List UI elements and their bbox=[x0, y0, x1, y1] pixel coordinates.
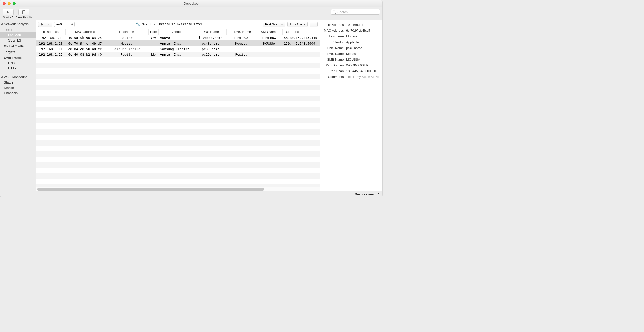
table-row-empty bbox=[36, 112, 320, 118]
col-ip[interactable]: IP address bbox=[36, 29, 65, 35]
table-cell: MOUSSA bbox=[256, 40, 282, 46]
close-window-button[interactable] bbox=[3, 2, 6, 5]
start-na-button[interactable] bbox=[3, 9, 14, 15]
panel-icon bbox=[312, 23, 315, 25]
col-smb[interactable]: SMB Name bbox=[256, 29, 282, 35]
table-row-empty bbox=[36, 101, 320, 107]
table-row-empty bbox=[36, 135, 320, 140]
detail-label-mdns: mDNS Name: bbox=[321, 52, 345, 56]
trash-icon bbox=[22, 10, 25, 14]
table-row-empty bbox=[36, 184, 320, 187]
scroll-thumb[interactable] bbox=[37, 188, 264, 191]
table-cell: 53,80,139,443,445 bbox=[282, 35, 320, 40]
table-cell: Gw bbox=[148, 35, 158, 40]
main: en0 🔧 Scan from 192.168.1.1 to 192.168.1… bbox=[36, 20, 382, 191]
table-cell: Samsung Electron… bbox=[158, 46, 195, 52]
zoom-window-button[interactable] bbox=[13, 2, 16, 5]
devices-seen: Devices seen: 4 bbox=[355, 192, 379, 196]
table-cell: pc39.home bbox=[195, 46, 226, 52]
sidebar-item-ssltls[interactable]: SSL/TLS bbox=[0, 38, 36, 43]
detail-value-ip: 192.168.1.10 bbox=[346, 23, 381, 27]
table-row[interactable]: 192.168.1.140:5a:9b:96:63:25RouterGwANOV… bbox=[36, 35, 320, 40]
minimize-window-button[interactable] bbox=[8, 2, 11, 5]
col-dns[interactable]: DNS Name bbox=[195, 29, 226, 35]
sidebar-item-lanscan[interactable]: LanScan bbox=[0, 32, 36, 38]
sidebar-group-targets[interactable]: Targets bbox=[0, 49, 36, 55]
table-cell: LIVEBOX bbox=[256, 35, 282, 40]
col-role[interactable]: Role bbox=[148, 29, 158, 35]
detail-label-mac: MAC Address: bbox=[321, 29, 345, 32]
table-row[interactable]: 192.168.1.126c:40:08:b2:9d:f0PepitaMeApp… bbox=[36, 52, 320, 57]
table-cell: Pepita bbox=[226, 52, 256, 57]
table-cell: livebox.home bbox=[195, 35, 226, 40]
detail-label-vendor: Vendor: bbox=[321, 40, 345, 44]
table-cell: LIVEBOX bbox=[226, 35, 256, 40]
table-cell: 6c:40:08:b2:9d:f0 bbox=[65, 52, 105, 57]
table-cell bbox=[256, 52, 282, 57]
table-cell bbox=[282, 52, 320, 57]
detail-label-comments: Comments: bbox=[321, 75, 345, 79]
table-row[interactable]: 192.168.1.106c:70:9f:cf:4b:d7MoussaApple… bbox=[36, 40, 320, 46]
scan-dropdown-button[interactable] bbox=[46, 22, 52, 27]
clear-results-label: Clear Results bbox=[16, 16, 32, 19]
detail-value-vendor: Apple, Inc. bbox=[346, 40, 381, 44]
lanscan-table: IP address MAC address Hostname Role Ven… bbox=[36, 29, 320, 187]
detail-label-smb: SMB Name: bbox=[321, 58, 345, 61]
table-row-empty bbox=[36, 179, 320, 184]
titlebar: Debookee bbox=[0, 0, 382, 7]
detail-toggle-button[interactable] bbox=[310, 22, 318, 27]
sidebar-item-devices[interactable]: Devices bbox=[0, 85, 36, 90]
table-row-empty bbox=[36, 129, 320, 135]
sidebar-item-channels[interactable]: Channels bbox=[0, 90, 36, 96]
table-cell bbox=[226, 46, 256, 52]
statusbar: Devices seen: 4 bbox=[0, 191, 382, 197]
sidebar-item-dns[interactable]: DNS bbox=[0, 60, 36, 66]
sidebar: # Network Analysis Tools LanScan SSL/TLS… bbox=[0, 20, 36, 191]
traffic-lights bbox=[3, 2, 16, 5]
wrench-icon: 🔧 bbox=[136, 22, 140, 26]
search-input[interactable] bbox=[331, 9, 380, 15]
table-row[interactable]: 192.168.1.11e8:b4:c8:5b:a8:fcSamsung mob… bbox=[36, 46, 320, 52]
sidebar-item-http[interactable]: HTTP bbox=[0, 66, 36, 71]
table-row-empty bbox=[36, 162, 320, 168]
lanscan-table-wrap[interactable]: IP address MAC address Hostname Role Ven… bbox=[36, 29, 320, 187]
table-row-empty bbox=[36, 63, 320, 68]
window-title: Debookee bbox=[184, 2, 198, 5]
horizontal-scrollbar[interactable] bbox=[36, 187, 320, 191]
interface-value: en0 bbox=[56, 22, 62, 26]
table-row-empty bbox=[36, 118, 320, 123]
table-row-empty bbox=[36, 68, 320, 74]
table-row-empty bbox=[36, 57, 320, 63]
port-scan-popup[interactable]: Port Scan bbox=[263, 22, 285, 27]
col-mac[interactable]: MAC address bbox=[65, 29, 105, 35]
detail-value-dns: pc48.home bbox=[346, 46, 381, 50]
table-row-empty bbox=[36, 151, 320, 157]
table-cell: Apple, Inc. bbox=[158, 52, 195, 57]
table-row-empty bbox=[36, 85, 320, 90]
tgt-gw-popup[interactable]: Tgt / Gw bbox=[287, 22, 308, 27]
chevron-down-icon bbox=[48, 24, 50, 25]
table-cell: 192.168.1.10 bbox=[36, 40, 65, 46]
sidebar-group-globaltraffic[interactable]: Global Traffic bbox=[0, 43, 36, 49]
table-cell: pc48.home bbox=[195, 40, 226, 46]
detail-value-mdns: Moussa bbox=[346, 52, 381, 56]
table-cell: Samsung mobile bbox=[105, 46, 148, 52]
col-mdns[interactable]: mDNS Name bbox=[226, 29, 256, 35]
play-icon bbox=[41, 23, 43, 26]
center-pane: en0 🔧 Scan from 192.168.1.1 to 192.168.1… bbox=[36, 20, 320, 191]
scan-play-button[interactable] bbox=[38, 22, 46, 27]
interface-select[interactable]: en0 bbox=[54, 22, 75, 27]
table-cell bbox=[148, 40, 158, 46]
detail-value-comments: This is my Apple AirPort bbox=[346, 75, 381, 79]
sidebar-item-status[interactable]: Status bbox=[0, 80, 36, 85]
table-cell bbox=[148, 46, 158, 52]
table-row-empty bbox=[36, 107, 320, 112]
sidebar-section-network: # Network Analysis bbox=[0, 21, 36, 27]
clear-results-button[interactable] bbox=[18, 9, 29, 15]
table-cell: Me bbox=[148, 52, 158, 57]
col-host[interactable]: Hostname bbox=[105, 29, 148, 35]
col-vendor[interactable]: Vendor bbox=[158, 29, 195, 35]
table-cell bbox=[282, 46, 320, 52]
col-ports[interactable]: TCP Ports bbox=[282, 29, 320, 35]
detail-label-smbdom: SMB Domain: bbox=[321, 63, 345, 67]
